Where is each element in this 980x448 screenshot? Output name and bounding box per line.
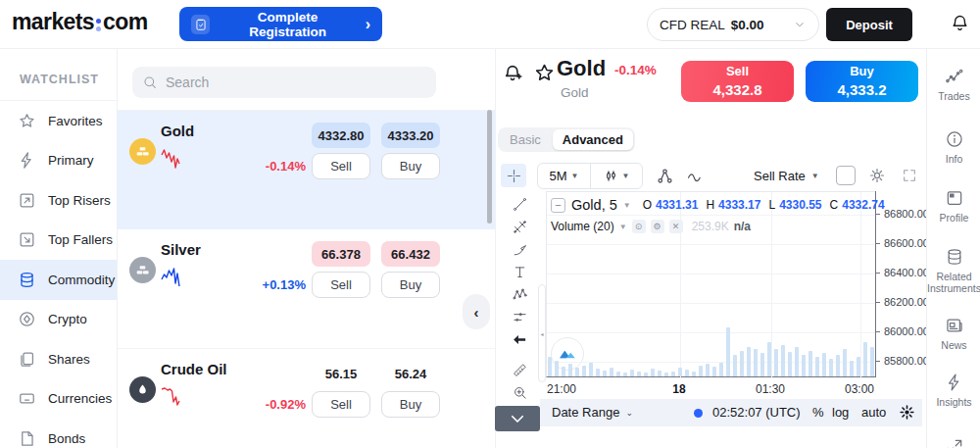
buy-price[interactable]: 66.432 [381, 241, 440, 267]
auto-scale-button[interactable]: auto [861, 405, 886, 420]
percent-scale-button[interactable]: % [812, 405, 824, 420]
search-icon [142, 75, 158, 90]
draw-tool-pitchfork[interactable] [505, 216, 534, 238]
brand-logo[interactable]: markets com [12, 9, 148, 35]
rail-item-news[interactable]: News [927, 316, 980, 351]
tab-advanced[interactable]: Advanced [553, 129, 633, 150]
collapse-panel-button[interactable]: ‹ [463, 294, 490, 329]
price-axis[interactable]: 86800.0086600.0086400.0086200.0086000.00… [875, 191, 926, 377]
sidebar-item-top-risers[interactable]: Top Risers [0, 180, 117, 221]
rail-item-expand[interactable] [927, 437, 980, 448]
chart-checkbox[interactable] [836, 166, 856, 185]
instrument-row-crude-oil[interactable]: Crude Oil-0.92%56.1556.24SellBuy [118, 348, 495, 448]
change-percent: -0.92% [233, 397, 306, 412]
volume-bar [802, 355, 806, 376]
draw-tool-arrow-left[interactable] [505, 328, 534, 351]
complete-registration-button[interactable]: Complete Registration › [179, 7, 382, 41]
chevron-down-icon[interactable]: ▼ [623, 201, 631, 210]
rail-item-info[interactable]: Info [927, 129, 980, 165]
sell-price[interactable]: 56.15 [312, 361, 370, 386]
axis-settings-gear-icon[interactable] [899, 404, 915, 421]
account-type: CFD REAL [660, 18, 725, 32]
collapse-drawing-toolbar-button[interactable] [495, 406, 540, 431]
row-buy-button[interactable]: Buy [381, 272, 440, 298]
sidebar-item-primary[interactable]: Primary [0, 141, 117, 181]
draw-tool-text-tool[interactable] [505, 261, 534, 283]
deposit-button[interactable]: Deposit [826, 8, 912, 41]
sidebar-item-shares[interactable]: Shares [0, 339, 117, 379]
sidebar-item-favorites[interactable]: Favorites [0, 101, 117, 141]
log-scale-button[interactable]: log [832, 405, 849, 420]
price-tick-label: 86000.00 [884, 325, 929, 337]
price-alert-bell-icon[interactable] [502, 62, 525, 85]
sell-price[interactable]: 66.378 [312, 241, 370, 267]
sidebar-item-bonds[interactable]: Bonds [0, 419, 117, 448]
compare-icon[interactable] [656, 167, 674, 185]
volume-bar [726, 327, 730, 376]
draw-tool-brush[interactable] [505, 238, 534, 261]
chart-type-dropdown[interactable]: ▼ [590, 164, 642, 188]
open-value: 4331.31 [656, 198, 698, 212]
instrument-change: -0.14% [614, 63, 657, 77]
rail-item-insights[interactable]: Insights [927, 373, 980, 408]
buy-button[interactable]: Buy 4,333.2 [806, 61, 918, 102]
draw-tool-ruler[interactable] [505, 359, 534, 381]
notification-bell-icon[interactable] [950, 13, 970, 33]
draw-tool-position[interactable] [505, 306, 534, 328]
buy-button-label: Buy [850, 64, 874, 80]
sidebar-item-top-fallers[interactable]: Top Fallers [0, 221, 117, 261]
coin-icon [18, 310, 36, 328]
account-selector[interactable]: CFD REAL $0.00 [647, 8, 819, 41]
scrollbar-thumb[interactable] [487, 110, 492, 224]
account-balance: $0.00 [731, 18, 764, 32]
rate-type-dropdown[interactable]: Sell Rate▼ [754, 163, 819, 189]
tab-basic[interactable]: Basic [500, 129, 551, 150]
row-sell-button[interactable]: Sell [312, 272, 370, 298]
instrument-row-silver[interactable]: Silver+0.13%66.37866.432SellBuy [118, 229, 495, 348]
buy-price[interactable]: 56.24 [381, 361, 440, 386]
sidebar-item-currencies[interactable]: Currencies [0, 379, 117, 420]
favorite-star-icon[interactable] [533, 62, 556, 84]
watchlist-categories: FavoritesPrimaryTop RisersTop FallersCom… [0, 101, 117, 448]
bolt-icon [945, 373, 964, 392]
search-input[interactable]: Search [132, 67, 436, 98]
legend-collapse-icon[interactable]: − [551, 198, 565, 213]
date-range-dropdown[interactable]: Date Range ⌄ [552, 405, 633, 420]
draw-tool-trend-line[interactable] [505, 193, 534, 216]
remove-indicator-icon[interactable]: ✕ [669, 220, 683, 233]
volume-bar [829, 359, 833, 376]
buy-price[interactable]: 4333.20 [381, 123, 440, 148]
rail-item-trades[interactable]: Trades [927, 67, 980, 102]
faller-icon [18, 230, 36, 249]
sell-price[interactable]: 4332.80 [312, 123, 370, 148]
indicators-wave-icon[interactable] [686, 167, 706, 186]
rate-type-label: Sell Rate [754, 169, 806, 183]
row-buy-button[interactable]: Buy [381, 153, 440, 179]
watchlist-title: WATCHLIST [0, 49, 117, 101]
crosshair-tool-button[interactable] [501, 164, 526, 187]
draw-tool-zoom-in[interactable] [505, 381, 534, 404]
sell-button[interactable]: Sell 4,332.8 [681, 61, 794, 102]
sidebar-item-label: Currencies [48, 391, 112, 406]
gridline-h [547, 303, 876, 304]
row-sell-button[interactable]: Sell [312, 391, 370, 418]
visibility-icon[interactable]: ⊙ [632, 220, 646, 233]
toolbar-scroll-tab[interactable]: ◂ [538, 284, 546, 382]
row-sell-button[interactable]: Sell [312, 153, 370, 179]
crosshair-icon [506, 168, 522, 184]
profile-icon [945, 188, 964, 208]
instrument-row-gold[interactable]: Gold-0.14%4332.804333.20SellBuy [118, 111, 495, 229]
sidebar-item-crypto[interactable]: Crypto [0, 300, 117, 340]
indicator-settings-icon[interactable]: ⚙ [651, 220, 664, 233]
rail-item-related-instruments[interactable]: Related Instruments [927, 247, 980, 294]
chevron-down-icon[interactable]: ▼ [619, 223, 627, 231]
interval-dropdown[interactable]: 5M▼ [538, 164, 590, 188]
rail-item-profile[interactable]: Profile [927, 188, 980, 224]
draw-tool-pattern[interactable] [505, 283, 534, 306]
sidebar-item-commodity[interactable]: Commodity [0, 260, 117, 300]
fullscreen-icon[interactable] [902, 168, 917, 183]
shares-icon [18, 350, 36, 369]
chart-settings-gear-icon[interactable] [868, 167, 886, 184]
time-axis[interactable]: 21:001801:3003:00 [546, 380, 875, 398]
row-buy-button[interactable]: Buy [381, 391, 440, 418]
